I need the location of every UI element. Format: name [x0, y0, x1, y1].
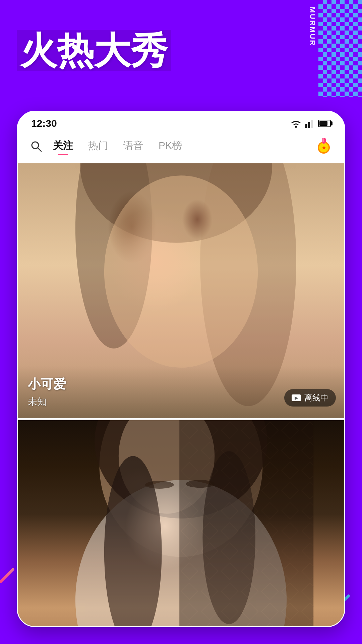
tab-follow[interactable]: 关注	[53, 139, 73, 155]
phone-mockup: 12:30	[17, 111, 345, 627]
svg-rect-1	[305, 124, 307, 128]
battery-fill	[319, 121, 327, 126]
wifi-icon	[290, 119, 302, 128]
offline-badge: 离线中	[284, 389, 336, 407]
bg-room	[148, 420, 344, 627]
content-area: 小可爱 未知 离线中	[18, 163, 344, 627]
svg-text:★: ★	[322, 145, 326, 150]
status-icons	[290, 119, 331, 128]
svg-rect-26	[179, 420, 313, 627]
svg-rect-3	[311, 120, 313, 128]
search-button[interactable]	[29, 140, 43, 154]
live-card-2[interactable]	[18, 420, 344, 627]
title-text: 火热大秀	[17, 30, 171, 71]
decorative-line-left	[0, 568, 15, 584]
svg-rect-12	[324, 138, 325, 142]
svg-line-5	[38, 148, 41, 151]
svg-rect-11	[322, 138, 324, 142]
status-time: 12:30	[31, 118, 57, 129]
nav-tabs: 关注 热门 语音 PK榜	[53, 139, 315, 155]
search-icon	[29, 140, 43, 153]
murmur-label: MURMUR	[308, 7, 317, 46]
offline-badge-text: 离线中	[304, 392, 328, 403]
bg-checker-pattern	[318, 0, 362, 97]
offline-badge-play-icon	[292, 394, 301, 401]
card-image-2	[18, 420, 344, 627]
svg-rect-2	[308, 122, 310, 128]
svg-point-0	[295, 126, 297, 128]
medal-icon: ★	[315, 138, 333, 155]
page-title: 火热大秀	[17, 30, 171, 71]
status-bar: 12:30	[18, 112, 344, 132]
rank-badge[interactable]: ★	[315, 138, 333, 156]
tab-pk[interactable]: PK榜	[159, 139, 182, 155]
nav-bar: 关注 热门 语音 PK榜 ★	[18, 132, 344, 163]
tab-voice[interactable]: 语音	[123, 139, 143, 155]
battery-icon	[318, 120, 331, 127]
tab-hot[interactable]: 热门	[88, 139, 108, 155]
signal-icon	[305, 119, 315, 128]
live-card-1[interactable]: 小可爱 未知 离线中	[18, 163, 344, 418]
svg-point-16	[104, 175, 258, 368]
